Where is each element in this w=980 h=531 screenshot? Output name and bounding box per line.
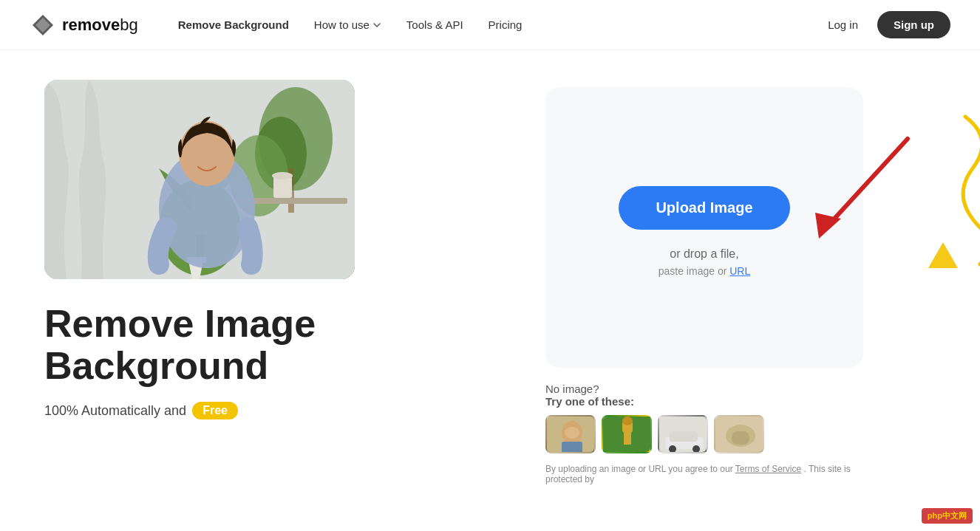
subline: 100% Automatically and Free xyxy=(44,402,488,419)
signup-button[interactable]: Sign up xyxy=(877,11,950,38)
sample-image-3[interactable] xyxy=(658,415,708,453)
sample-label: No image? Try one of these: xyxy=(545,383,863,408)
svg-rect-32 xyxy=(732,431,749,445)
nav-right: Log in Sign up xyxy=(817,11,950,38)
logo-icon xyxy=(30,12,56,38)
nav-remove-background[interactable]: Remove Background xyxy=(168,13,299,37)
sample-images xyxy=(545,415,863,453)
svg-point-20 xyxy=(565,427,579,439)
right-section: Upload Image or drop a file, paste image… xyxy=(488,80,921,484)
svg-point-9 xyxy=(272,172,293,179)
arrow-decoration xyxy=(789,131,922,250)
headline: Remove Image Background xyxy=(44,303,488,387)
login-button[interactable]: Log in xyxy=(817,13,868,37)
upload-box: Upload Image or drop a file, paste image… xyxy=(545,87,863,368)
nav-tools-api[interactable]: Tools & API xyxy=(396,13,474,37)
triangle-decoration xyxy=(928,242,958,268)
footer-text: By uploading an image or URL you agree t… xyxy=(545,464,863,484)
main-content: Remove Image Background 100% Automatical… xyxy=(0,50,980,531)
terms-link[interactable]: Terms of Service xyxy=(735,464,801,474)
free-badge: Free xyxy=(192,402,238,419)
svg-point-29 xyxy=(693,445,700,453)
left-section: Remove Image Background 100% Automatical… xyxy=(44,80,488,419)
chevron-down-icon xyxy=(372,21,381,30)
svg-marker-15 xyxy=(928,242,958,268)
nav-links: Remove Background How to use Tools & API… xyxy=(168,13,533,37)
url-link[interactable]: URL xyxy=(729,265,750,277)
nav-how-to-use[interactable]: How to use xyxy=(304,13,392,37)
nav-pricing[interactable]: Pricing xyxy=(478,13,533,37)
svg-rect-27 xyxy=(670,431,698,442)
upload-image-button[interactable]: Upload Image xyxy=(619,186,789,230)
drop-text: or drop a file, xyxy=(670,247,738,261)
sample-section: No image? Try one of these: xyxy=(545,383,863,453)
sample-image-4[interactable] xyxy=(714,415,764,453)
svg-point-24 xyxy=(622,417,633,425)
svg-rect-19 xyxy=(562,442,582,453)
svg-point-28 xyxy=(669,445,676,453)
sample-image-1[interactable] xyxy=(545,415,596,453)
sample-image-2[interactable] xyxy=(602,415,652,453)
hero-image xyxy=(44,80,355,279)
logo[interactable]: removebg xyxy=(30,12,138,38)
paste-text: paste image or URL xyxy=(659,265,751,277)
navbar: removebg Remove Background How to use To… xyxy=(0,0,980,50)
php-badge: php中文网 xyxy=(922,508,973,524)
logo-text: removebg xyxy=(62,16,138,35)
